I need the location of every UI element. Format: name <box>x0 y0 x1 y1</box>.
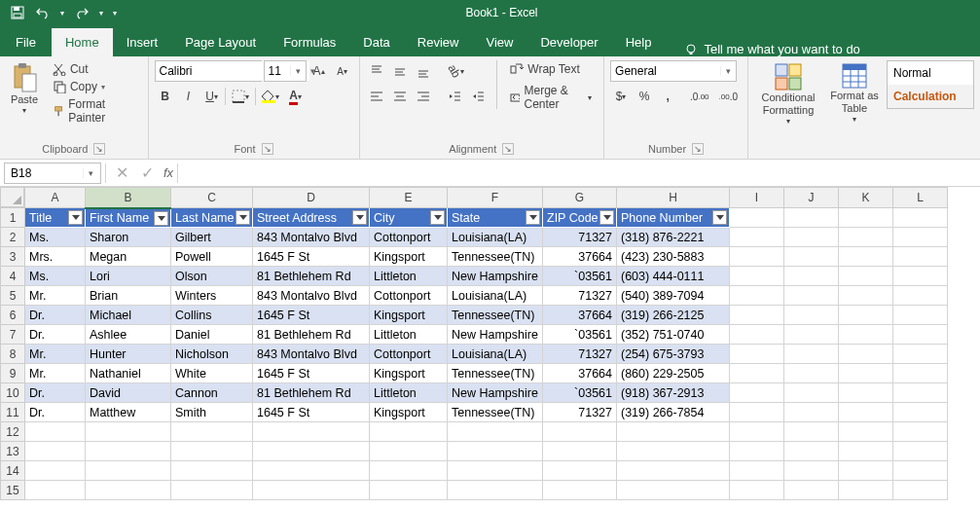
cell[interactable] <box>543 481 617 500</box>
table-cell[interactable]: (540) 389-7094 <box>617 286 730 306</box>
cell[interactable] <box>839 383 893 403</box>
fill-color-button[interactable]: ▾ <box>258 86 283 107</box>
tab-page-layout[interactable]: Page Layout <box>171 28 270 56</box>
table-cell[interactable]: Kingsport <box>370 364 448 383</box>
table-cell[interactable]: Powell <box>171 247 253 267</box>
chevron-down-icon[interactable]: ▾ <box>720 66 736 76</box>
table-cell[interactable]: 1645 F St <box>253 247 370 267</box>
cell[interactable] <box>25 442 86 461</box>
cell[interactable] <box>893 364 948 383</box>
name-box-input[interactable] <box>5 166 83 180</box>
undo-button[interactable] <box>31 2 54 23</box>
table-cell[interactable]: David <box>86 383 171 403</box>
table-cell[interactable]: Mrs. <box>25 247 86 267</box>
cell[interactable] <box>893 442 948 461</box>
cell[interactable] <box>784 286 839 306</box>
cell[interactable] <box>730 306 784 325</box>
tab-developer[interactable]: Developer <box>526 28 611 56</box>
tab-view[interactable]: View <box>472 28 526 56</box>
cell[interactable] <box>893 481 948 500</box>
cell[interactable] <box>839 208 893 228</box>
cell[interactable] <box>839 422 893 442</box>
row-header-9[interactable]: 9 <box>1 364 25 383</box>
name-box[interactable]: ▾ <box>4 163 101 184</box>
cell[interactable] <box>370 481 448 500</box>
number-format-combo[interactable]: ▾ <box>610 60 737 82</box>
cell[interactable] <box>370 461 448 481</box>
table-header[interactable]: Last Name <box>171 208 253 228</box>
cell[interactable] <box>784 422 839 442</box>
cell[interactable] <box>893 422 948 442</box>
alignment-launcher[interactable]: ↘ <box>502 143 514 155</box>
cell[interactable] <box>893 345 948 364</box>
cell[interactable] <box>893 208 948 228</box>
table-cell[interactable]: Smith <box>171 403 253 422</box>
cell[interactable] <box>730 481 784 500</box>
table-cell[interactable]: Nathaniel <box>86 364 171 383</box>
border-button[interactable]: ▾ <box>228 86 253 107</box>
align-middle-button[interactable] <box>389 60 411 82</box>
cell[interactable] <box>784 228 839 247</box>
cell[interactable] <box>839 403 893 422</box>
undo-menu[interactable]: ▾ <box>56 2 68 23</box>
qat-customize[interactable]: ▾ <box>109 2 121 23</box>
row-header-3[interactable]: 3 <box>1 247 25 267</box>
redo-button[interactable] <box>70 2 93 23</box>
cell[interactable] <box>839 267 893 286</box>
filter-button[interactable] <box>68 210 83 225</box>
cell[interactable] <box>370 422 448 442</box>
table-cell[interactable]: Louisiana(LA) <box>448 286 543 306</box>
increase-indent-button[interactable] <box>467 86 489 107</box>
table-cell[interactable]: Mr. <box>25 345 86 364</box>
table-cell[interactable]: Littleton <box>370 325 448 345</box>
row-header-5[interactable]: 5 <box>1 286 25 306</box>
row-header-11[interactable]: 11 <box>1 403 25 422</box>
cell[interactable] <box>730 228 784 247</box>
table-cell[interactable]: Nicholson <box>171 345 253 364</box>
table-cell[interactable]: New Hampshire <box>448 383 543 403</box>
style-normal[interactable]: Normal <box>888 61 973 85</box>
table-cell[interactable]: 71327 <box>543 228 617 247</box>
col-header-D[interactable]: D <box>253 188 370 208</box>
table-cell[interactable]: New Hampshire <box>448 325 543 345</box>
orientation-button[interactable]: ab▾ <box>444 60 468 82</box>
worksheet-grid[interactable]: ABCDEFGHIJKL1TitleFirst NameLast NameStr… <box>0 187 980 500</box>
table-header[interactable]: Title <box>25 208 86 228</box>
tab-formulas[interactable]: Formulas <box>270 28 349 56</box>
table-header[interactable]: First Name <box>86 208 171 228</box>
cell[interactable] <box>784 345 839 364</box>
cell[interactable] <box>839 345 893 364</box>
table-cell[interactable]: Ms. <box>25 267 86 286</box>
cell[interactable] <box>86 442 171 461</box>
tell-me-search[interactable]: Tell me what you want to do <box>665 42 859 56</box>
percent-button[interactable]: % <box>634 86 655 107</box>
table-cell[interactable]: (860) 229-2505 <box>617 364 730 383</box>
cell[interactable] <box>86 461 171 481</box>
table-cell[interactable]: 843 Montalvo Blvd <box>253 286 370 306</box>
cell[interactable] <box>543 461 617 481</box>
row-header-12[interactable]: 12 <box>1 422 25 442</box>
row-header-13[interactable]: 13 <box>1 442 25 461</box>
col-header-A[interactable]: A <box>25 188 86 208</box>
table-cell[interactable]: Tennessee(TN) <box>448 306 543 325</box>
table-cell[interactable]: New Hampshire <box>448 267 543 286</box>
decrease-indent-button[interactable] <box>444 86 465 107</box>
tab-review[interactable]: Review <box>404 28 473 56</box>
table-cell[interactable]: 37664 <box>543 306 617 325</box>
col-header-I[interactable]: I <box>730 188 784 208</box>
cell[interactable] <box>784 247 839 267</box>
increase-decimal-button[interactable]: .0.00 <box>686 86 712 107</box>
table-cell[interactable]: Mr. <box>25 286 86 306</box>
table-cell[interactable]: Ms. <box>25 228 86 247</box>
filter-button[interactable] <box>526 210 540 225</box>
accounting-button[interactable]: $ ▾ <box>610 86 632 107</box>
wrap-text-button[interactable]: Wrap Text <box>504 60 598 78</box>
select-all-corner[interactable] <box>1 188 24 207</box>
table-cell[interactable]: Kingsport <box>370 403 448 422</box>
cell[interactable] <box>253 461 370 481</box>
redo-menu[interactable]: ▾ <box>95 2 107 23</box>
table-cell[interactable]: (318) 876-2221 <box>617 228 730 247</box>
cell[interactable] <box>784 208 839 228</box>
table-cell[interactable]: 1645 F St <box>253 306 370 325</box>
tab-insert[interactable]: Insert <box>113 28 172 56</box>
